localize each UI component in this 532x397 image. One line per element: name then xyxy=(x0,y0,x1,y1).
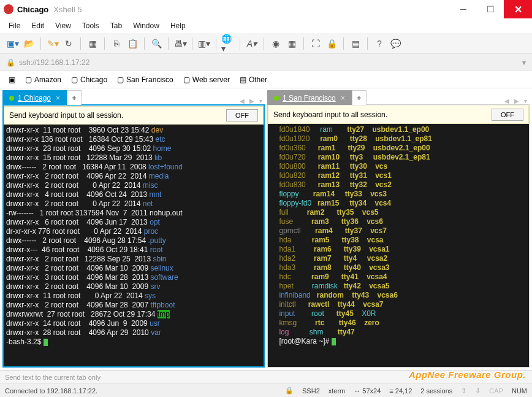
bookmark-icon: ▢ xyxy=(183,75,190,84)
tab-prev-icon[interactable]: ◀ xyxy=(237,98,247,104)
minimize-button[interactable]: ─ xyxy=(450,0,477,18)
font-icon[interactable]: A▾ xyxy=(245,37,259,50)
search-icon[interactable]: 🔍 xyxy=(150,37,163,50)
open-icon[interactable]: 📂 xyxy=(22,37,36,50)
menu-tools[interactable]: Tools xyxy=(82,21,99,30)
app-logo-icon xyxy=(4,4,13,14)
edit-icon[interactable]: ✎▾ xyxy=(46,37,59,50)
tab-menu-icon[interactable]: ▾ xyxy=(257,98,265,104)
left-tab-row: 1 Chicago × + ◀ ▶ ▾ xyxy=(2,88,265,104)
close-tab-icon[interactable]: × xyxy=(341,94,345,102)
print-icon[interactable]: 🖶▾ xyxy=(173,37,187,50)
menu-window[interactable]: Window xyxy=(133,21,159,30)
add-tab-button[interactable]: + xyxy=(352,90,367,105)
info-text: Send keyboard input to all session. xyxy=(9,111,123,120)
properties-icon[interactable]: ▦ xyxy=(86,37,99,50)
fullscreen-icon[interactable]: ⛶ xyxy=(309,37,322,50)
new-session-icon[interactable]: ▣▾ xyxy=(6,37,20,50)
bookmark-chicago[interactable]: ▢Chicago xyxy=(67,74,111,85)
bookmark-icon: ▤ xyxy=(240,75,246,84)
left-pane: 1 Chicago × + ◀ ▶ ▾ Send keyboard input … xyxy=(2,88,265,368)
tab-menu-icon[interactable]: ▾ xyxy=(522,98,530,104)
tab-chicago[interactable]: 1 Chicago × xyxy=(2,90,67,105)
status-cap: CAP xyxy=(489,387,503,395)
broadcast-toggle-button[interactable]: OFF xyxy=(226,109,258,121)
help-icon[interactable]: ? xyxy=(373,37,386,50)
menu-bar: FileEditViewToolsTabWindowHelp xyxy=(0,18,532,33)
add-tab-button[interactable]: + xyxy=(67,90,82,105)
status-protocol: SSH2 xyxy=(302,387,320,395)
left-info-bar: Send keyboard input to all session. OFF xyxy=(4,106,264,125)
bookmark-bar: ▣ ▢Amazon▢Chicago▢San Francisco▢Web serv… xyxy=(0,71,532,88)
download-icon[interactable]: ⇩ xyxy=(475,387,481,395)
status-cursor-pos: ≡ 24,12 xyxy=(389,387,412,395)
maximize-button[interactable]: ☐ xyxy=(477,0,504,18)
title-bar: Chicago Xshell 5 ─ ☐ ✕ xyxy=(0,0,532,18)
status-size: ↔ 57x24 xyxy=(354,387,381,395)
bookmark-label: Web server xyxy=(192,75,230,84)
status-sessions: 2 sessions xyxy=(420,387,452,395)
copy-icon[interactable]: ⎘ xyxy=(110,37,123,50)
menu-view[interactable]: View xyxy=(55,21,71,30)
layout-icon[interactable]: ▥▾ xyxy=(197,37,211,50)
compose-placeholder: Send text to the current tab only xyxy=(5,374,101,381)
paste-icon[interactable]: 📋 xyxy=(126,37,139,50)
toolbar: ▣▾ 📂 ✎▾ ↻ ▦ ⎘ 📋 🔍 🖶▾ ▥▾ 🌐▾ A▾ ◉ ▦ ⛶ 🔒 ▤ … xyxy=(0,33,532,54)
app-name: Xshell 5 xyxy=(53,5,82,14)
watermark-text: AppNee Freeware Group. xyxy=(409,369,526,380)
sessions-icon[interactable]: ▤ xyxy=(349,37,362,50)
globe-icon[interactable]: 🌐▾ xyxy=(221,37,235,50)
status-bar: Connected to 192.168.1.17:22. 🔒 SSH2 xte… xyxy=(0,384,532,397)
bookmark-san-francisco[interactable]: ▢San Francisco xyxy=(113,74,177,85)
status-term-type: xterm xyxy=(329,387,346,395)
chat-icon[interactable]: 💬 xyxy=(389,37,402,50)
bookmark-icon: ▢ xyxy=(117,75,124,84)
tab-label: 1 Chicago xyxy=(18,94,51,102)
lock-icon[interactable]: 🔒 xyxy=(325,37,338,50)
bookmark-label: Other xyxy=(249,75,267,84)
bookmark-web-server[interactable]: ▢Web server xyxy=(180,74,234,85)
menu-edit[interactable]: Edit xyxy=(31,21,44,30)
address-dropdown-icon[interactable]: ▾ xyxy=(522,58,526,67)
left-terminal[interactable]: drwxr-xr-x 11 root root 3960 Oct 23 15:4… xyxy=(4,125,264,366)
tab-prev-icon[interactable]: ◀ xyxy=(502,98,512,104)
upload-icon[interactable]: ⇧ xyxy=(461,387,466,395)
lock-small-icon: 🔒 xyxy=(6,58,15,67)
address-text[interactable]: ssh://192.168.1.17:22 xyxy=(19,58,522,67)
split-panes: 1 Chicago × + ◀ ▶ ▾ Send keyboard input … xyxy=(0,88,532,370)
compose-bar[interactable]: Send text to the current tab only AppNee… xyxy=(0,370,532,384)
connected-dot-icon xyxy=(9,96,14,101)
menu-help[interactable]: Help xyxy=(170,21,186,30)
right-pane: 1 San Francisco × + ◀ ▶ ▾ Send keyboard … xyxy=(267,88,530,368)
reconnect-icon[interactable]: ↻ xyxy=(62,37,75,50)
window-title: Chicago xyxy=(17,5,48,14)
close-button[interactable]: ✕ xyxy=(504,0,532,18)
status-num: NUM xyxy=(512,387,527,395)
info-text: Send keyboard input to all session. xyxy=(273,110,387,119)
right-terminal[interactable]: fd0u1840 ram tty27 usbdev1.1_ep00 fd0u19… xyxy=(268,124,529,367)
bookmark-icon: ▢ xyxy=(25,75,32,84)
add-bookmark-button[interactable]: ▣ xyxy=(5,74,19,85)
tab-next-icon[interactable]: ▶ xyxy=(247,98,257,104)
bookmark-icon: ▢ xyxy=(71,75,78,84)
color-icon[interactable]: ◉ xyxy=(269,37,283,50)
tab-sanfrancisco[interactable]: 1 San Francisco × xyxy=(267,90,352,105)
status-connection: Connected to 192.168.1.17:22. xyxy=(5,387,97,395)
tab-label: 1 San Francisco xyxy=(283,94,336,102)
bookmark-label: Amazon xyxy=(34,75,61,84)
bookmark-other[interactable]: ▤Other xyxy=(236,74,271,85)
lock-status-icon: 🔒 xyxy=(285,387,294,395)
theme-icon[interactable]: ▦ xyxy=(285,37,298,50)
right-tab-row: 1 San Francisco × + ◀ ▶ ▾ xyxy=(267,88,530,104)
address-bar[interactable]: 🔒 ssh://192.168.1.17:22 ▾ xyxy=(0,54,532,71)
menu-file[interactable]: File xyxy=(9,21,20,30)
bookmark-label: San Francisco xyxy=(126,75,173,84)
right-info-bar: Send keyboard input to all session. OFF xyxy=(268,106,529,124)
tab-next-icon[interactable]: ▶ xyxy=(512,98,522,104)
broadcast-toggle-button[interactable]: OFF xyxy=(492,109,523,121)
bookmark-amazon[interactable]: ▢Amazon xyxy=(21,74,65,85)
close-tab-icon[interactable]: × xyxy=(56,94,60,102)
connected-dot-icon xyxy=(274,96,279,101)
menu-tab[interactable]: Tab xyxy=(110,21,122,30)
bookmark-label: Chicago xyxy=(80,75,107,84)
